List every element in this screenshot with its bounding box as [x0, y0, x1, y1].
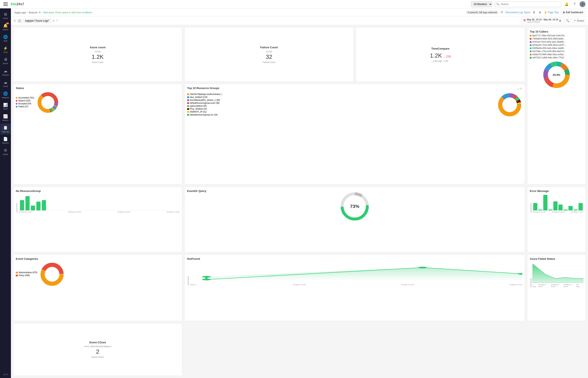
top10-resource-donut: [497, 92, 522, 117]
err-bar-2: [538, 210, 542, 210]
svg-marker-40: [533, 264, 583, 283]
monitor-filter-select[interactable]: All Monitors: [471, 1, 492, 7]
query-tag[interactable]: logtype="Azure Logs": [23, 19, 51, 23]
settings-icon[interactable]: ⚙: [538, 10, 542, 14]
resource-item-5: typescripttest (35): [187, 105, 495, 107]
resource-item-6: Plus_Testbed (31): [187, 108, 495, 110]
event-or-query-svg: 73%: [339, 191, 370, 222]
sidebar-item-rum[interactable]: 📊 RUM: [0, 101, 11, 112]
resize-handle[interactable]: ⤡: [522, 181, 524, 184]
error-y-label: Log Events: [530, 203, 532, 213]
refresh-icon[interactable]: ↻: [520, 87, 522, 90]
resource-color-6: [187, 108, 189, 110]
sidebar-item-vmware[interactable]: ☁ VMware: [0, 67, 11, 78]
callers-donut-container: 29.8%: [530, 60, 583, 89]
cat-policy-color: [16, 275, 18, 276]
sidebar-item-applogs[interactable]: 📋 AppLogs: [0, 123, 11, 135]
grid-menu-button[interactable]: [2, 1, 8, 7]
caller-color-1: [530, 35, 532, 37]
not-found-line-chart: [190, 262, 522, 283]
querybar-right: 📅 May 05, 10:19 - May 06, 10:19 Last 24 …: [521, 17, 586, 24]
nf-dot-3: [418, 267, 427, 268]
query-help-icon[interactable]: ?: [56, 19, 58, 22]
sidebar-item-network[interactable]: 🌐 Network: [0, 89, 11, 100]
help-icon[interactable]: ?: [572, 1, 577, 7]
notification-icon[interactable]: 🔔: [564, 1, 570, 7]
search-query-button[interactable]: 🔍: [564, 18, 571, 23]
legend-started: Started (325): [16, 100, 34, 102]
network-icon: 🌐: [3, 91, 8, 96]
failure-count-label: Count: [266, 50, 272, 53]
top10-resource-actions[interactable]: ⤢ ↻: [517, 87, 522, 90]
nf-dot-1: [202, 279, 211, 280]
expand-icon[interactable]: ⤢: [517, 87, 519, 90]
subheader-right: 0 bytes/51 GB logs collected 👁 Discovere…: [466, 10, 586, 15]
err-bar-5: [553, 201, 558, 210]
bar-2: [26, 196, 30, 210]
azure-failed-widget: Azure Failed Status Log Events: [527, 255, 586, 321]
page-tips-btn[interactable]: 💡 Page Tips: [544, 11, 559, 14]
failure-count-sub: Failure Count: [263, 61, 275, 63]
discovered-log-types-btn[interactable]: Discovered Log Types: [505, 11, 530, 14]
search-input[interactable]: [501, 3, 555, 6]
eye-icon[interactable]: 👁: [500, 11, 504, 14]
alarms-icon: 🔔85: [3, 23, 8, 28]
bar-3: [31, 206, 35, 210]
list-icon[interactable]: ☰: [13, 19, 16, 22]
legend-succeeded: Succeeded (761): [16, 97, 34, 99]
azure-count-title: Azure count: [90, 46, 106, 49]
user-avatar[interactable]: 👤: [580, 1, 586, 7]
resource-color-2: [187, 96, 189, 98]
sidebar-label-alarms: Alarms: [2, 28, 8, 31]
err-bar-3: [543, 195, 548, 210]
sidebar-label-applogs: AppLogs: [2, 131, 9, 133]
err-bar-6: [558, 204, 562, 210]
resource-color-4: [187, 102, 189, 104]
edit-dashboard-button[interactable]: ⊞ Edit Dashboard: [561, 10, 586, 15]
lightbulb-icon: 💡: [544, 11, 547, 14]
caller-color-6: [530, 51, 532, 52]
azure-failed-svg: [533, 262, 583, 283]
accepted-dot: [16, 103, 17, 105]
caller-item-8: h6470227-a468-4e8c-b84c-77522: [530, 56, 583, 59]
caller-item-7: b4d9a742-f668-48bb-93ac-ee5be...: [530, 53, 583, 56]
grid-icon: ⊞: [563, 11, 565, 14]
timerange-text: May 05, 10:19 - May 06, 10:19: [527, 18, 558, 21]
site24x7-logo: Site24x7: [11, 2, 24, 6]
azure-failed-x-labels: -May-... 05-May-21 18:00 05-May-21 23:00…: [533, 284, 583, 287]
event-categories-widget: Event Categories Administrative (679) Po…: [13, 255, 182, 321]
content-area: AppLogs - Search▼ Valid query. Press spa…: [11, 8, 588, 378]
sidebar-item-server[interactable]: 🖥 Server: [0, 55, 11, 66]
bar-1: [20, 200, 24, 210]
caller-legend: fde07717-59be-4f2f-bcbf-14eb744... 7465d…: [530, 34, 583, 59]
title-dropdown-icon[interactable]: ▼: [39, 11, 41, 14]
sidebar-item-admin[interactable]: ⚙ Admin: [0, 146, 11, 157]
sidebar-item-apm[interactable]: ⚡ APM: [0, 44, 11, 55]
rum-icon: 📊: [3, 103, 8, 107]
event-count-sub: Event COunt: [92, 356, 104, 358]
resource-item-4: defaultresourcegroup-eus2 (38): [187, 102, 495, 104]
cat-policy: Policy (498): [16, 274, 37, 277]
upload-icon[interactable]: ⬆: [532, 10, 536, 14]
admin-icon: ⚙: [4, 148, 7, 153]
top10-resource-header: Top 10 Resource Groups ⤢ ↻: [187, 86, 522, 91]
svg-text:29.8%: 29.8%: [553, 73, 561, 76]
event-count-widget: Event COunt count_distinct(eventcategory…: [13, 323, 182, 376]
no-resource-x-labels: 05-May-21 13:50 06-May-21 08:50 06-May-2…: [19, 211, 180, 213]
sidebar-item-alarms[interactable]: 🔔85 Alarms: [0, 21, 11, 32]
sidebar-item-web[interactable]: 🌐 Web: [0, 33, 11, 44]
err-bar-7: [563, 210, 568, 210]
timerange-button[interactable]: 📅 May 05, 10:19 - May 06, 10:19 Last 24 …: [521, 17, 563, 24]
sidebar-item-metrics[interactable]: 📈 Metrics: [0, 112, 11, 123]
sidebar-item-reports[interactable]: 📄 Reports: [0, 135, 11, 146]
status-title: Status: [16, 86, 180, 90]
clear-query-icon[interactable]: ✕: [53, 19, 55, 23]
sidebar-item-home[interactable]: ⊞ Home: [0, 10, 11, 21]
failure-count-widget: Failure Count Count 32 Failure Count: [184, 27, 354, 82]
caller-color-7: [530, 54, 532, 55]
sidebar-item-cloud[interactable]: ☁ Cloud: [0, 78, 11, 89]
vmware-icon: ☁: [4, 69, 7, 73]
share-button[interactable]: ↗ Share: [572, 18, 586, 23]
top10-callers-title: Top 10 Callers: [530, 30, 583, 33]
subheader: AppLogs - Search▼ Valid query. Press spa…: [11, 8, 588, 16]
